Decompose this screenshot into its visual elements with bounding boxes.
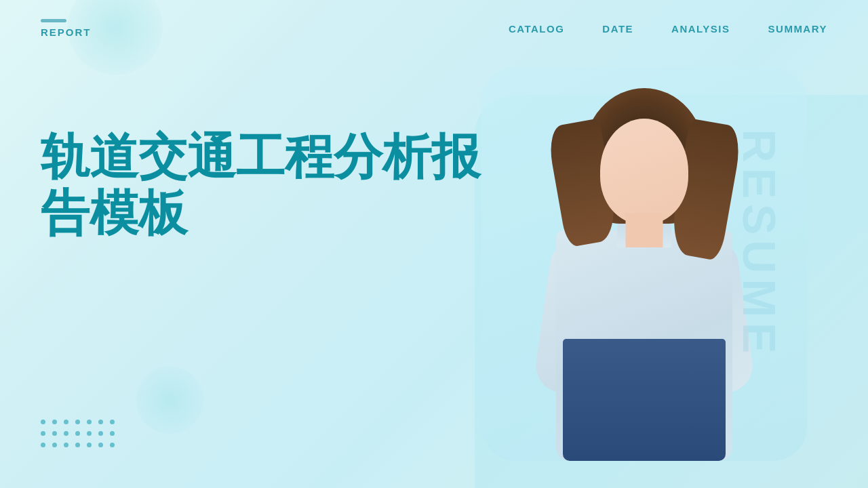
dot — [110, 431, 115, 436]
title-line1: 轨道交通工程分析报 — [41, 129, 480, 185]
nav-analysis[interactable]: ANALYSIS — [671, 23, 730, 35]
report-bar — [41, 19, 66, 22]
dot — [98, 420, 103, 424]
dot — [41, 443, 45, 447]
dot — [75, 420, 80, 424]
nav-date[interactable]: DATE — [602, 23, 633, 35]
dot — [64, 420, 68, 424]
header-nav: CATALOG DATE ANALYSIS SUMMARY — [509, 23, 827, 35]
title-line2: 告模板 — [41, 185, 480, 241]
nav-catalog[interactable]: CATALOG — [509, 23, 564, 35]
resume-watermark: RESUME — [734, 129, 787, 359]
nav-summary[interactable]: SUMMARY — [768, 23, 827, 35]
header: REPORT CATALOG DATE ANALYSIS SUMMARY — [0, 0, 868, 38]
dot — [64, 431, 68, 436]
dot-grid — [41, 420, 115, 447]
dot — [52, 431, 57, 436]
dot — [98, 431, 103, 436]
dot — [87, 431, 92, 436]
dot — [110, 443, 115, 447]
person-face — [600, 119, 688, 224]
dot — [98, 443, 103, 447]
main-title: 轨道交通工程分析报 告模板 — [41, 129, 480, 241]
dot — [75, 443, 80, 447]
dot — [64, 443, 68, 447]
header-left: REPORT — [41, 19, 92, 38]
dot — [52, 420, 57, 424]
report-label: REPORT — [41, 26, 92, 38]
person-neck — [626, 214, 663, 247]
dot — [41, 420, 45, 424]
dot — [87, 420, 92, 424]
dot — [75, 431, 80, 436]
dot — [87, 443, 92, 447]
person-pants — [563, 339, 726, 461]
dot — [41, 431, 45, 436]
bg-circle-bottom — [136, 366, 203, 434]
dot — [110, 420, 115, 424]
dot — [52, 443, 57, 447]
